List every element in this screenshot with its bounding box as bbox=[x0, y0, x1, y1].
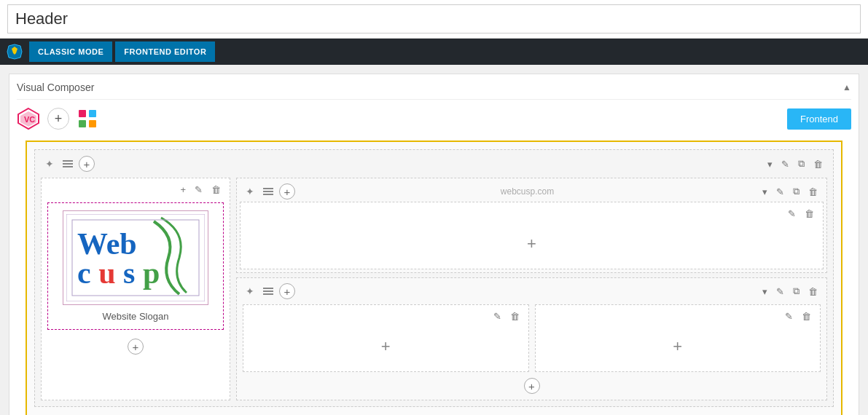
inner-row2-cola-edit-button[interactable]: ✎ bbox=[490, 309, 504, 323]
inner-row-1-toolbar: ✦ + webcusp.com ▾ ✎ ⧉ 🗑 bbox=[240, 181, 824, 202]
inner-row2-colb-add-area[interactable]: + bbox=[539, 325, 818, 368]
inner-row-2: ✦ + ▾ ✎ ⧉ 🗑 bbox=[236, 277, 827, 400]
collapse-arrow-icon[interactable]: ▲ bbox=[842, 82, 851, 92]
plus-icon: + bbox=[55, 111, 63, 127]
inner-row2-colb-plus-icon: + bbox=[673, 337, 682, 356]
inner-row1-col-toolbar: ✎ 🗑 bbox=[243, 205, 820, 222]
inner-row1-col: ✎ 🗑 + bbox=[240, 202, 824, 269]
row-chevron-button[interactable]: ▾ bbox=[765, 157, 775, 171]
inner-row1-add-button[interactable]: + bbox=[279, 183, 295, 199]
inner-row1-toolbar-right: ▾ ✎ ⧉ 🗑 bbox=[759, 184, 821, 199]
frontend-editor-button[interactable]: FRONTEND EDITOR bbox=[115, 42, 215, 62]
inner-row2-colb-toolbar: ✎ 🗑 bbox=[539, 308, 818, 325]
vc-add-element-button[interactable]: + bbox=[47, 108, 69, 130]
canvas-area: ✦ + ▾ ✎ ⧉ 🗑 + ✎ bbox=[26, 141, 842, 415]
left-col-add-button[interactable]: + bbox=[177, 183, 189, 197]
svg-rect-7 bbox=[79, 120, 86, 127]
inner-row2-drag-handle[interactable]: ✦ bbox=[243, 284, 257, 299]
row-toolbar-right: ▾ ✎ ⧉ 🗑 bbox=[765, 157, 826, 171]
inner-row2-toolbar-right: ▾ ✎ ⧉ 🗑 bbox=[759, 284, 821, 299]
svg-rect-6 bbox=[89, 110, 96, 117]
frontend-button[interactable]: Frontend bbox=[787, 108, 851, 130]
inner-row2-colb-edit-button[interactable]: ✎ bbox=[782, 309, 796, 323]
row-edit-button[interactable]: ✎ bbox=[778, 157, 792, 171]
inner-row1-col-edit-button[interactable]: ✎ bbox=[785, 207, 799, 221]
inner-row2-colb-delete-button[interactable]: 🗑 bbox=[799, 309, 814, 323]
wp-logo-icon bbox=[6, 43, 23, 60]
left-col-bottom-add: + bbox=[44, 334, 227, 356]
inner-row-2-toolbar: ✦ + ▾ ✎ ⧉ 🗑 bbox=[240, 281, 824, 301]
row-add-button[interactable]: + bbox=[79, 156, 95, 172]
left-col-toolbar: + ✎ 🗑 bbox=[44, 181, 227, 198]
row-drag-handle[interactable]: ✦ bbox=[42, 157, 57, 171]
row-copy-button[interactable]: ⧉ bbox=[795, 157, 808, 171]
inner-row1-copy-button[interactable]: ⧉ bbox=[790, 184, 802, 199]
classic-mode-button[interactable]: CLASSIC MODE bbox=[29, 42, 112, 62]
left-col-delete-button[interactable]: 🗑 bbox=[208, 183, 224, 197]
inner-row-1: ✦ + webcusp.com ▾ ✎ ⧉ 🗑 bbox=[236, 178, 827, 273]
inner-row2-cola-toolbar: ✎ 🗑 bbox=[246, 308, 525, 325]
inner-row2-add-button[interactable]: + bbox=[279, 283, 295, 299]
logo-widget: Web c u s p bbox=[47, 202, 224, 330]
inner-row1-chevron-button[interactable]: ▾ bbox=[759, 184, 770, 199]
inner-row2-cola-delete-button[interactable]: 🗑 bbox=[507, 309, 523, 323]
top-bar bbox=[0, 0, 868, 39]
left-col-bottom-add-button[interactable]: + bbox=[128, 339, 144, 355]
left-column: + ✎ 🗑 Web c bbox=[41, 178, 230, 400]
inner-row1-hamburger-icon[interactable] bbox=[260, 186, 276, 197]
inner-row1-col-delete-button[interactable]: 🗑 bbox=[802, 207, 817, 221]
main-row: ✦ + ▾ ✎ ⧉ 🗑 + ✎ bbox=[34, 149, 834, 407]
svg-rect-8 bbox=[89, 120, 96, 127]
inner-row1-delete-button[interactable]: 🗑 bbox=[805, 184, 821, 199]
inner-row2-hamburger-icon[interactable] bbox=[260, 286, 276, 296]
inner-row2-col-a: ✎ 🗑 + bbox=[243, 304, 529, 372]
inner-row1-edit-button[interactable]: ✎ bbox=[773, 184, 787, 199]
nav-bar: CLASSIC MODE FRONTEND EDITOR bbox=[0, 39, 868, 65]
row-hamburger-icon[interactable] bbox=[60, 159, 76, 169]
logo-image: Web c u s p bbox=[63, 210, 208, 305]
page-title-input[interactable] bbox=[7, 4, 861, 33]
left-col-edit-button[interactable]: ✎ bbox=[192, 183, 206, 197]
inner-row2-copy-button[interactable]: ⧉ bbox=[790, 284, 802, 299]
svg-text:VC: VC bbox=[24, 115, 35, 124]
inner-row2-bottom-add-button[interactable]: + bbox=[524, 378, 540, 394]
inner-row2-edit-button[interactable]: ✎ bbox=[773, 284, 787, 299]
row-delete-button[interactable]: 🗑 bbox=[810, 157, 826, 171]
row-top-toolbar: ✦ + ▾ ✎ ⧉ 🗑 bbox=[38, 153, 830, 175]
vc-header: Visual Composer ▲ bbox=[17, 82, 851, 100]
inner-row1-plus-icon: + bbox=[527, 234, 536, 253]
inner-row2-cola-plus-icon: + bbox=[381, 337, 391, 356]
inner-row2-columns: ✎ 🗑 + ✎ 🗑 bbox=[240, 301, 824, 375]
inner-row2-col-b: ✎ 🗑 + bbox=[535, 304, 821, 372]
inner-row2-chevron-button[interactable]: ▾ bbox=[759, 284, 770, 299]
svg-rect-5 bbox=[79, 110, 86, 117]
webcusp-label: webcusp.com bbox=[298, 186, 756, 197]
vc-grid-icon bbox=[77, 108, 98, 130]
vc-title: Visual Composer bbox=[17, 82, 94, 93]
inner-row2-cola-add-area[interactable]: + bbox=[246, 325, 525, 368]
inner-row1-drag-handle[interactable]: ✦ bbox=[243, 184, 257, 199]
right-area: ✦ + webcusp.com ▾ ✎ ⧉ 🗑 bbox=[236, 178, 827, 400]
inner-row1-col-add-area[interactable]: + bbox=[243, 222, 820, 266]
row-columns: + ✎ 🗑 Web c bbox=[38, 175, 830, 403]
svg-text:c
                  u
        : c u s p bbox=[77, 256, 160, 290]
inner-row2-delete-button[interactable]: 🗑 bbox=[805, 284, 821, 299]
slogan-text: Website Slogan bbox=[103, 311, 169, 322]
vc-section: Visual Composer ▲ VC + Frontend bbox=[9, 74, 859, 415]
vc-toolbar: VC + Frontend bbox=[17, 107, 851, 130]
vc-logo-icon: VC bbox=[17, 107, 40, 130]
